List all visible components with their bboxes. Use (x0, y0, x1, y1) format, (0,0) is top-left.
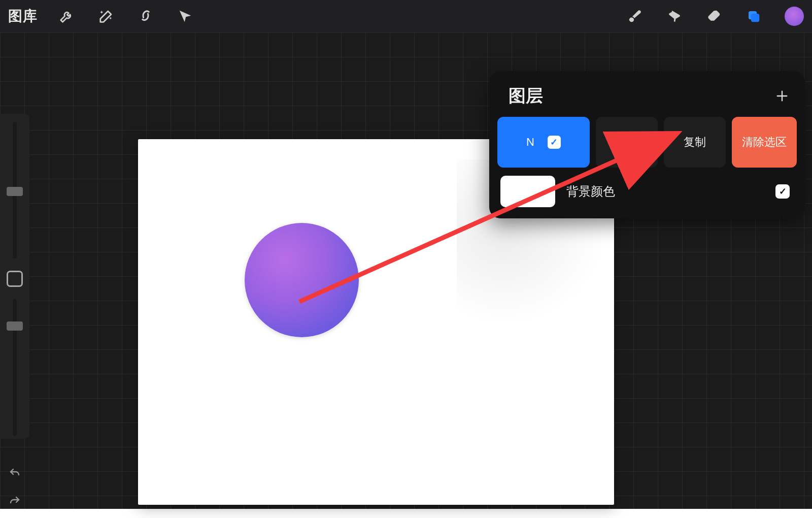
smudge-icon[interactable] (666, 8, 683, 25)
background-thumbnail (500, 176, 555, 207)
layer-actions-row: N ✓ 锁定 复制 清除选区 (497, 117, 797, 168)
lock-layer-button[interactable]: 锁定 (596, 117, 658, 168)
svg-rect-1 (751, 14, 759, 22)
left-slider-panel (0, 114, 29, 439)
duplicate-layer-button[interactable]: 复制 (664, 117, 726, 168)
top-toolbar: 图库 (0, 0, 812, 33)
brush-size-slider[interactable] (13, 122, 17, 258)
blend-mode-label: N (526, 136, 534, 149)
layer-visibility-checkbox[interactable]: ✓ (548, 136, 561, 149)
undo-redo-group (0, 459, 29, 515)
redo-icon[interactable] (5, 494, 25, 509)
add-layer-icon[interactable] (773, 87, 791, 105)
wand-icon[interactable] (97, 8, 115, 25)
brush-opacity-slider[interactable] (13, 299, 17, 436)
eraser-icon[interactable] (705, 8, 723, 25)
background-layer-row[interactable]: 背景颜色 ✓ (497, 174, 797, 209)
selection-icon[interactable] (137, 8, 154, 25)
canvas-circle-artwork (245, 223, 359, 337)
slider-thumb[interactable] (7, 187, 23, 196)
brush-icon[interactable] (626, 8, 644, 25)
background-label: 背景颜色 (566, 183, 764, 200)
workspace: 图层 N ✓ 锁定 复制 清除选区 背景颜色 ✓ (0, 33, 812, 509)
blend-mode-chip[interactable]: N ✓ (497, 117, 590, 168)
gallery-button[interactable]: 图库 (8, 7, 38, 26)
undo-icon[interactable] (5, 466, 25, 481)
background-visibility-checkbox[interactable]: ✓ (775, 184, 790, 199)
slider-thumb[interactable] (7, 321, 23, 331)
wrench-icon[interactable] (58, 8, 75, 25)
move-icon[interactable] (177, 8, 194, 25)
clear-selection-button[interactable]: 清除选区 (732, 117, 797, 168)
toolbar-left-group (58, 8, 194, 25)
toolbar-right-group (626, 7, 804, 26)
layers-panel: 图层 N ✓ 锁定 复制 清除选区 背景颜色 ✓ (489, 71, 805, 218)
color-swatch[interactable] (785, 7, 804, 26)
layers-panel-title: 图层 (509, 84, 543, 108)
layers-icon[interactable] (745, 8, 762, 25)
modifier-button[interactable] (7, 271, 23, 287)
